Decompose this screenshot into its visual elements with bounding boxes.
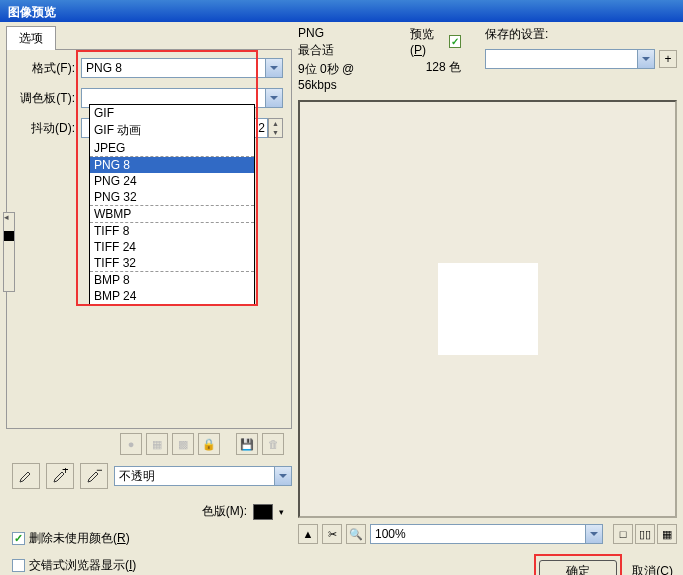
dither-label: 抖动(D): <box>15 120 75 137</box>
option-gif[interactable]: GIF <box>90 105 254 121</box>
info-colors: 128 色 <box>410 59 461 76</box>
format-dropdown: GIF GIF 动画 JPEG PNG 8 PNG 24 PNG 32 WBMP… <box>89 104 255 305</box>
svg-text:+: + <box>62 468 68 477</box>
interlace-label: 交错式浏览器显示(I) <box>29 557 136 574</box>
option-png8[interactable]: PNG 8 <box>90 157 254 173</box>
format-combo[interactable]: PNG 8 <box>81 58 283 78</box>
palette-label: 调色板(T): <box>15 90 75 107</box>
save-palette-icon[interactable]: 💾 <box>236 433 258 455</box>
info-format: PNG <box>298 26 386 40</box>
chevron-down-icon[interactable] <box>274 467 291 485</box>
swatch-grid-icon[interactable]: ▦ <box>146 433 168 455</box>
tab-options[interactable]: 选项 <box>6 26 56 50</box>
matte-label: 色版(M): <box>202 503 247 520</box>
ok-button[interactable]: 确定 <box>539 560 617 575</box>
matte-swatch[interactable] <box>253 504 273 520</box>
eyedropper-icon[interactable] <box>12 463 40 489</box>
crop-icon[interactable]: ✂ <box>322 524 342 544</box>
saved-settings-label: 保存的设置: <box>485 26 677 43</box>
swatch-solid-icon[interactable]: ● <box>120 433 142 455</box>
zoom-combo[interactable]: 100% <box>370 524 603 544</box>
preview-checkbox[interactable] <box>449 35 461 48</box>
chevron-down-icon[interactable] <box>637 50 654 68</box>
window-title: 图像预览 <box>8 5 56 19</box>
preview-image <box>438 263 538 355</box>
cancel-button[interactable]: 取消(C) <box>632 563 673 576</box>
lock-icon[interactable]: 🔒 <box>198 433 220 455</box>
menu-caret-icon[interactable]: ▾ <box>279 507 284 517</box>
info-size: 9位 0秒 @ 56kbps <box>298 61 386 92</box>
swatch-checker-icon[interactable]: ▩ <box>172 433 194 455</box>
eyedropper-add-icon[interactable]: + <box>46 463 74 489</box>
option-png24[interactable]: PNG 24 <box>90 173 254 189</box>
zoom-icon[interactable]: 🔍 <box>346 524 366 544</box>
option-wbmp[interactable]: WBMP <box>90 206 254 222</box>
delete-unused-label: 删除未使用颜色(R) <box>29 530 130 547</box>
preview-label: 预览(P) <box>410 26 445 57</box>
option-jpeg[interactable]: JPEG <box>90 140 254 156</box>
info-fit: 最合适 <box>298 42 386 59</box>
dither-spinner[interactable]: ▲▼ <box>268 118 283 138</box>
highlight-box-2: 确定 <box>534 554 622 575</box>
chevron-down-icon[interactable] <box>265 89 282 107</box>
preview-area <box>298 100 677 518</box>
option-png32[interactable]: PNG 32 <box>90 189 254 205</box>
pointer-icon[interactable]: ▲ <box>298 524 318 544</box>
svg-text:−: − <box>96 468 102 477</box>
window-titlebar: 图像预览 <box>0 0 683 22</box>
view-4up-icon[interactable]: ▦ <box>657 524 677 544</box>
option-bmp8[interactable]: BMP 8 <box>90 272 254 288</box>
interlace-checkbox[interactable] <box>12 559 25 572</box>
palette-toolbar: ● ▦ ▩ 🔒 💾 🗑 <box>6 433 292 455</box>
option-tiff32[interactable]: TIFF 32 <box>90 255 254 271</box>
eyedropper-remove-icon[interactable]: − <box>80 463 108 489</box>
side-strip <box>3 212 15 292</box>
delete-unused-checkbox[interactable] <box>12 532 25 545</box>
option-bmp24[interactable]: BMP 24 <box>90 288 254 304</box>
format-label: 格式(F): <box>15 60 75 77</box>
preview-toolbar: ▲ ✂ 🔍 100% □ ▯▯ ▦ <box>298 524 677 544</box>
view-1up-icon[interactable]: □ <box>613 524 633 544</box>
chevron-down-icon[interactable] <box>265 59 282 77</box>
info-bar: PNG 最合适 9位 0秒 @ 56kbps 预览(P) 128 色 保存的设置… <box>298 26 677 92</box>
chevron-down-icon[interactable] <box>585 525 602 543</box>
saved-settings-combo[interactable] <box>485 49 655 69</box>
option-gif-anim[interactable]: GIF 动画 <box>90 121 254 140</box>
view-2up-icon[interactable]: ▯▯ <box>635 524 655 544</box>
options-panel: 格式(F): PNG 8 调色板(T): 抖动(D): <box>6 49 292 429</box>
trash-icon[interactable]: 🗑 <box>262 433 284 455</box>
transparency-combo[interactable]: 不透明 <box>114 466 292 486</box>
option-tiff24[interactable]: TIFF 24 <box>90 239 254 255</box>
option-tiff8[interactable]: TIFF 8 <box>90 223 254 239</box>
add-preset-button[interactable]: + <box>659 50 677 68</box>
